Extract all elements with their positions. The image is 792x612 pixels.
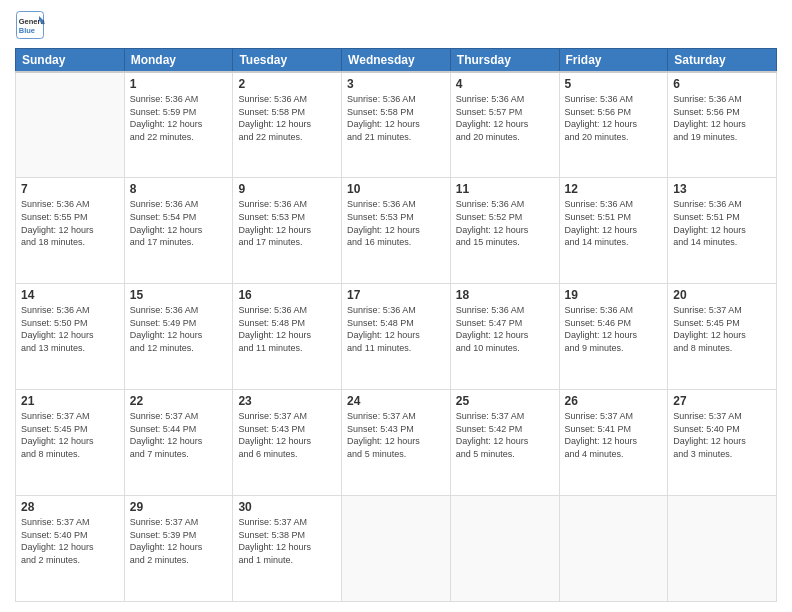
calendar-cell: 2Sunrise: 5:36 AM Sunset: 5:58 PM Daylig…: [233, 72, 342, 178]
calendar-cell: 3Sunrise: 5:36 AM Sunset: 5:58 PM Daylig…: [342, 72, 451, 178]
day-number: 1: [130, 77, 228, 91]
calendar-cell: 19Sunrise: 5:36 AM Sunset: 5:46 PM Dayli…: [559, 284, 668, 390]
day-number: 15: [130, 288, 228, 302]
day-info: Sunrise: 5:37 AM Sunset: 5:43 PM Dayligh…: [347, 410, 445, 460]
day-number: 6: [673, 77, 771, 91]
day-info: Sunrise: 5:36 AM Sunset: 5:55 PM Dayligh…: [21, 198, 119, 248]
calendar-cell: 20Sunrise: 5:37 AM Sunset: 5:45 PM Dayli…: [668, 284, 777, 390]
calendar-cell: 11Sunrise: 5:36 AM Sunset: 5:52 PM Dayli…: [450, 178, 559, 284]
calendar-cell: 5Sunrise: 5:36 AM Sunset: 5:56 PM Daylig…: [559, 72, 668, 178]
day-info: Sunrise: 5:36 AM Sunset: 5:51 PM Dayligh…: [565, 198, 663, 248]
day-number: 27: [673, 394, 771, 408]
day-info: Sunrise: 5:36 AM Sunset: 5:48 PM Dayligh…: [347, 304, 445, 354]
logo-icon: General Blue: [15, 10, 45, 40]
day-number: 9: [238, 182, 336, 196]
day-info: Sunrise: 5:36 AM Sunset: 5:57 PM Dayligh…: [456, 93, 554, 143]
calendar-cell: [16, 72, 125, 178]
calendar-cell: 18Sunrise: 5:36 AM Sunset: 5:47 PM Dayli…: [450, 284, 559, 390]
day-number: 17: [347, 288, 445, 302]
day-number: 11: [456, 182, 554, 196]
day-number: 21: [21, 394, 119, 408]
day-info: Sunrise: 5:36 AM Sunset: 5:49 PM Dayligh…: [130, 304, 228, 354]
calendar-cell: 28Sunrise: 5:37 AM Sunset: 5:40 PM Dayli…: [16, 496, 125, 602]
day-number: 23: [238, 394, 336, 408]
calendar-cell: 15Sunrise: 5:36 AM Sunset: 5:49 PM Dayli…: [124, 284, 233, 390]
calendar-cell: 27Sunrise: 5:37 AM Sunset: 5:40 PM Dayli…: [668, 390, 777, 496]
weekday-header: Sunday: [16, 49, 125, 73]
calendar-cell: 25Sunrise: 5:37 AM Sunset: 5:42 PM Dayli…: [450, 390, 559, 496]
day-number: 12: [565, 182, 663, 196]
calendar-cell: 23Sunrise: 5:37 AM Sunset: 5:43 PM Dayli…: [233, 390, 342, 496]
day-info: Sunrise: 5:36 AM Sunset: 5:47 PM Dayligh…: [456, 304, 554, 354]
day-info: Sunrise: 5:37 AM Sunset: 5:39 PM Dayligh…: [130, 516, 228, 566]
day-number: 7: [21, 182, 119, 196]
weekday-header: Wednesday: [342, 49, 451, 73]
calendar-cell: [342, 496, 451, 602]
calendar-cell: 14Sunrise: 5:36 AM Sunset: 5:50 PM Dayli…: [16, 284, 125, 390]
calendar-cell: 6Sunrise: 5:36 AM Sunset: 5:56 PM Daylig…: [668, 72, 777, 178]
day-info: Sunrise: 5:36 AM Sunset: 5:48 PM Dayligh…: [238, 304, 336, 354]
day-number: 25: [456, 394, 554, 408]
day-info: Sunrise: 5:36 AM Sunset: 5:54 PM Dayligh…: [130, 198, 228, 248]
svg-text:Blue: Blue: [19, 26, 35, 35]
calendar-cell: 10Sunrise: 5:36 AM Sunset: 5:53 PM Dayli…: [342, 178, 451, 284]
day-info: Sunrise: 5:37 AM Sunset: 5:40 PM Dayligh…: [673, 410, 771, 460]
calendar-cell: 21Sunrise: 5:37 AM Sunset: 5:45 PM Dayli…: [16, 390, 125, 496]
day-number: 28: [21, 500, 119, 514]
day-number: 18: [456, 288, 554, 302]
day-info: Sunrise: 5:36 AM Sunset: 5:50 PM Dayligh…: [21, 304, 119, 354]
day-info: Sunrise: 5:36 AM Sunset: 5:53 PM Dayligh…: [347, 198, 445, 248]
day-number: 10: [347, 182, 445, 196]
day-number: 4: [456, 77, 554, 91]
calendar-cell: [668, 496, 777, 602]
day-number: 19: [565, 288, 663, 302]
calendar-cell: 30Sunrise: 5:37 AM Sunset: 5:38 PM Dayli…: [233, 496, 342, 602]
day-number: 13: [673, 182, 771, 196]
calendar-cell: 17Sunrise: 5:36 AM Sunset: 5:48 PM Dayli…: [342, 284, 451, 390]
day-info: Sunrise: 5:36 AM Sunset: 5:53 PM Dayligh…: [238, 198, 336, 248]
day-info: Sunrise: 5:36 AM Sunset: 5:58 PM Dayligh…: [347, 93, 445, 143]
day-number: 2: [238, 77, 336, 91]
day-info: Sunrise: 5:37 AM Sunset: 5:45 PM Dayligh…: [21, 410, 119, 460]
calendar: SundayMondayTuesdayWednesdayThursdayFrid…: [15, 48, 777, 602]
day-number: 8: [130, 182, 228, 196]
weekday-header: Thursday: [450, 49, 559, 73]
day-info: Sunrise: 5:36 AM Sunset: 5:51 PM Dayligh…: [673, 198, 771, 248]
calendar-cell: 4Sunrise: 5:36 AM Sunset: 5:57 PM Daylig…: [450, 72, 559, 178]
day-info: Sunrise: 5:36 AM Sunset: 5:59 PM Dayligh…: [130, 93, 228, 143]
calendar-cell: [559, 496, 668, 602]
day-info: Sunrise: 5:36 AM Sunset: 5:52 PM Dayligh…: [456, 198, 554, 248]
day-info: Sunrise: 5:37 AM Sunset: 5:45 PM Dayligh…: [673, 304, 771, 354]
day-info: Sunrise: 5:37 AM Sunset: 5:41 PM Dayligh…: [565, 410, 663, 460]
day-info: Sunrise: 5:37 AM Sunset: 5:44 PM Dayligh…: [130, 410, 228, 460]
day-info: Sunrise: 5:36 AM Sunset: 5:56 PM Dayligh…: [565, 93, 663, 143]
day-info: Sunrise: 5:37 AM Sunset: 5:40 PM Dayligh…: [21, 516, 119, 566]
calendar-cell: [450, 496, 559, 602]
calendar-cell: 29Sunrise: 5:37 AM Sunset: 5:39 PM Dayli…: [124, 496, 233, 602]
day-number: 5: [565, 77, 663, 91]
day-info: Sunrise: 5:37 AM Sunset: 5:43 PM Dayligh…: [238, 410, 336, 460]
day-number: 14: [21, 288, 119, 302]
day-info: Sunrise: 5:36 AM Sunset: 5:58 PM Dayligh…: [238, 93, 336, 143]
calendar-cell: 9Sunrise: 5:36 AM Sunset: 5:53 PM Daylig…: [233, 178, 342, 284]
day-number: 26: [565, 394, 663, 408]
calendar-cell: 8Sunrise: 5:36 AM Sunset: 5:54 PM Daylig…: [124, 178, 233, 284]
day-info: Sunrise: 5:36 AM Sunset: 5:46 PM Dayligh…: [565, 304, 663, 354]
calendar-cell: 1Sunrise: 5:36 AM Sunset: 5:59 PM Daylig…: [124, 72, 233, 178]
day-number: 30: [238, 500, 336, 514]
day-number: 29: [130, 500, 228, 514]
calendar-cell: 22Sunrise: 5:37 AM Sunset: 5:44 PM Dayli…: [124, 390, 233, 496]
logo: General Blue: [15, 10, 49, 40]
day-number: 22: [130, 394, 228, 408]
day-info: Sunrise: 5:37 AM Sunset: 5:38 PM Dayligh…: [238, 516, 336, 566]
calendar-cell: 7Sunrise: 5:36 AM Sunset: 5:55 PM Daylig…: [16, 178, 125, 284]
calendar-cell: 12Sunrise: 5:36 AM Sunset: 5:51 PM Dayli…: [559, 178, 668, 284]
weekday-header: Monday: [124, 49, 233, 73]
calendar-cell: 24Sunrise: 5:37 AM Sunset: 5:43 PM Dayli…: [342, 390, 451, 496]
weekday-header: Friday: [559, 49, 668, 73]
day-number: 20: [673, 288, 771, 302]
calendar-cell: 13Sunrise: 5:36 AM Sunset: 5:51 PM Dayli…: [668, 178, 777, 284]
day-number: 3: [347, 77, 445, 91]
weekday-header: Tuesday: [233, 49, 342, 73]
day-info: Sunrise: 5:36 AM Sunset: 5:56 PM Dayligh…: [673, 93, 771, 143]
